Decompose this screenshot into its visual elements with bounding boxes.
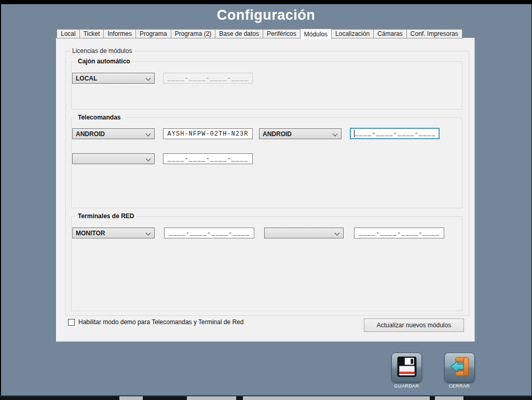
chevron-down-icon [146, 156, 151, 162]
update-modules-button[interactable]: Actualizar nuevos módulos [364, 318, 464, 332]
chevron-down-icon [335, 231, 340, 236]
chevron-down-icon [146, 76, 151, 81]
tab-base-de-datos[interactable]: Base de datos [215, 29, 263, 38]
telecomandas-device1-value: ANDROID [76, 130, 105, 138]
telecomandas-license2-mask: ____-____-____-____ [355, 130, 436, 137]
telecomandas-device3-select[interactable] [72, 153, 155, 164]
window-top-frame [0, 0, 532, 4]
licencias-groupbox-caption: Licencias de módulos [70, 47, 134, 55]
telecomandas-device1-select[interactable]: ANDROID [72, 128, 155, 139]
window-left-frame [0, 0, 1, 400]
window-title: Configuración [0, 7, 532, 23]
chevron-down-icon [333, 131, 338, 137]
terminales-device1-value: MONITOR [76, 230, 105, 237]
close-button[interactable] [444, 353, 475, 382]
telecomandas-device2-value: ANDROID [263, 130, 292, 138]
cajon-license-mask: ____-____-____-____ [168, 75, 249, 82]
background-window-strip [0, 396, 532, 400]
telecomandas-license1-field[interactable]: AYSH-NFPW-02TH-N23R [163, 128, 253, 139]
chevron-down-icon [146, 131, 151, 137]
terminales-license1-mask: ____-____-____-____ [169, 230, 250, 237]
tab-informes[interactable]: Informes [103, 29, 136, 38]
tab-ticket[interactable]: Ticket [79, 29, 104, 38]
tab-bar: Local Ticket Informes Programa Programa … [57, 28, 462, 38]
exit-door-arrow-icon [449, 356, 471, 380]
telecomandas-license3-field[interactable]: ____-____-____-____ [163, 153, 253, 164]
tab-local[interactable]: Local [57, 29, 80, 38]
cajon-device-select[interactable]: LOCAL [72, 73, 155, 84]
terminales-device2-select[interactable] [264, 228, 344, 238]
terminales-license2-field[interactable]: ____-____-____-____ [354, 228, 444, 238]
telecomandas-device2-select[interactable]: ANDROID [259, 128, 342, 139]
text-cursor [354, 130, 354, 137]
telecomandas-caption: Telecomandas [76, 114, 122, 121]
telecomandas-license3-mask: ____-____-____-____ [168, 155, 249, 163]
tab-camaras[interactable]: Cámaras [373, 29, 407, 38]
tab-modulos[interactable]: Módulos [300, 29, 332, 39]
tab-conf-impresoras[interactable]: Conf. Impresoras [406, 29, 462, 38]
tab-programa[interactable]: Programa [135, 29, 171, 38]
demo-mode-checkbox[interactable] [68, 319, 75, 326]
floppy-disk-icon [396, 356, 418, 380]
terminales-red-caption: Terminales de RED [76, 212, 136, 220]
cajon-license-field: ____-____-____-____ [163, 73, 253, 84]
tab-page-modulos: Licencias de módulos Cajón automático LO… [56, 38, 475, 342]
telecomandas-license1-value: AYSH-NFPW-02TH-N23R [168, 130, 249, 138]
tab-localizacion[interactable]: Localización [331, 29, 374, 38]
cajon-device-value: LOCAL [76, 75, 97, 82]
terminales-license1-field[interactable]: ____-____-____-____ [164, 228, 254, 238]
cajon-automatico-groupbox: Cajón automático [71, 61, 462, 110]
close-button-label: CERRAR [441, 383, 478, 389]
tab-perifericos[interactable]: Periféricos [263, 29, 301, 38]
cajon-automatico-caption: Cajón automático [76, 58, 132, 65]
save-button-label: GUARDAR [390, 383, 423, 389]
chevron-down-icon [146, 231, 151, 236]
tab-programa-2[interactable]: Programa (2) [171, 29, 216, 38]
demo-mode-label[interactable]: Habilitar modo demo para Telecomandas y … [78, 318, 243, 326]
terminales-device1-select[interactable]: MONITOR [72, 228, 155, 238]
terminales-license2-mask: ____-____-____-____ [359, 230, 440, 237]
save-button[interactable] [391, 353, 422, 382]
telecomandas-license2-field[interactable]: ____-____-____-____ [350, 128, 440, 139]
